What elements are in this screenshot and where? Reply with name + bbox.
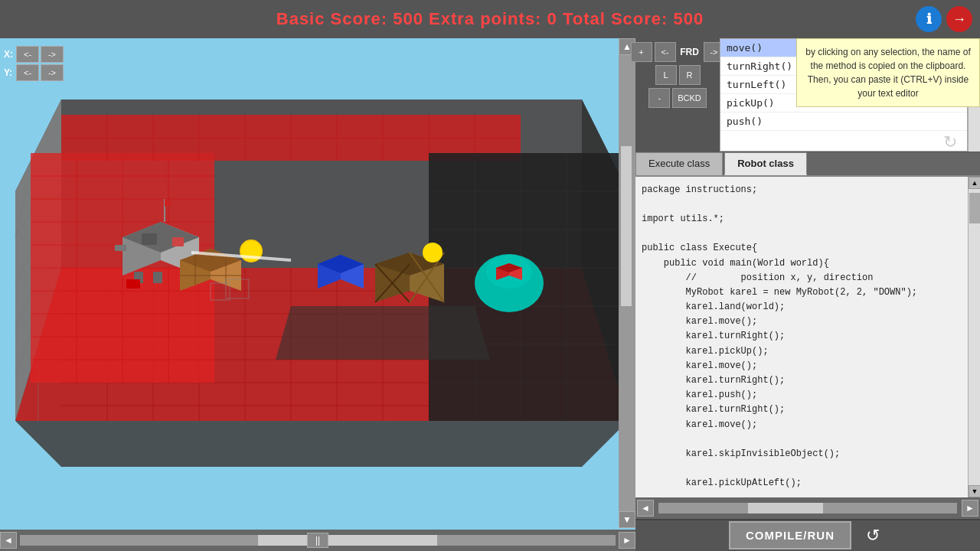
- svg-rect-67: [172, 237, 184, 246]
- left-scroll-down[interactable]: ▼: [619, 511, 635, 528]
- code-scroll-up[interactable]: ▲: [969, 177, 980, 189]
- method-item-4[interactable]: push(): [720, 112, 967, 131]
- y-label: Y:: [4, 67, 15, 78]
- reset-icon: ↺: [866, 526, 880, 546]
- score-text: Basic Score: 500 Extra points: 0 Total S…: [276, 9, 704, 29]
- l-button[interactable]: L: [655, 65, 677, 85]
- plus-button[interactable]: +: [631, 42, 652, 62]
- x-right-button[interactable]: ->: [41, 46, 64, 63]
- play-pause-area: ||: [307, 533, 328, 548]
- y-left-button[interactable]: <-: [16, 64, 39, 81]
- pause-button[interactable]: ||: [307, 533, 328, 548]
- main-layout: X: <- -> Y: <- ->: [0, 38, 980, 551]
- code-nav-bar: ◄ ►: [635, 497, 980, 519]
- tab-0[interactable]: Execute class: [635, 152, 723, 175]
- tooltip: by clicking on any selection, the name o…: [796, 38, 980, 107]
- left-bottom-bar: ◄ || ►: [0, 530, 635, 551]
- info-icon: ℹ: [926, 11, 932, 28]
- code-scroll-h-track[interactable]: [658, 503, 957, 514]
- nav-row-1: + <- FRD ->: [639, 42, 716, 62]
- x-control-row: X: <- ->: [4, 46, 64, 63]
- frd-label: FRD: [678, 47, 701, 57]
- r-button[interactable]: R: [679, 65, 701, 85]
- tab-1[interactable]: Robot class: [724, 152, 807, 175]
- code-scroll-right-arrow[interactable]: ►: [962, 500, 978, 517]
- yellow-ball-2: [423, 243, 443, 262]
- red-marker: [126, 279, 140, 289]
- code-scroll-left-arrow[interactable]: ◄: [637, 500, 654, 517]
- left-scroll-right-arrow[interactable]: ►: [619, 532, 635, 549]
- left-scroll-v-track: [619, 55, 635, 511]
- top-icons: ℹ →: [916, 6, 972, 32]
- code-scroll-track: [969, 189, 980, 497]
- rotate-button[interactable]: ↻: [943, 132, 966, 152]
- code-scroll-h-thumb: [748, 503, 823, 514]
- scene-3d: [0, 38, 635, 528]
- method-area: + <- FRD -> L R - BCKD move()turnRight()…: [635, 38, 980, 152]
- tab-bar: Execute classRobot class: [635, 152, 980, 177]
- left-scroll-thumb: [258, 535, 436, 546]
- minus-button[interactable]: -: [648, 88, 670, 108]
- code-editor[interactable]: package instructions; import utils.*; pu…: [635, 177, 968, 497]
- nav-row-2: L R: [639, 65, 716, 85]
- right-panel: + <- FRD -> L R - BCKD move()turnRight()…: [635, 38, 980, 551]
- bckd-button[interactable]: BCKD: [672, 88, 707, 108]
- exit-button[interactable]: →: [946, 6, 972, 32]
- y-right-button[interactable]: ->: [41, 64, 64, 81]
- left-scroll-v-thumb: [621, 146, 632, 306]
- left-panel: X: <- -> Y: <- ->: [0, 38, 635, 551]
- xy-controls: X: <- -> Y: <- ->: [4, 46, 64, 81]
- code-scroll-thumb: [969, 193, 980, 223]
- code-area: Execute classRobot class package instruc…: [635, 152, 980, 519]
- scene-svg: [0, 38, 635, 528]
- x-left-button[interactable]: <-: [16, 46, 39, 63]
- walkway: [276, 306, 490, 360]
- code-editor-container: package instructions; import utils.*; pu…: [635, 177, 980, 497]
- left-vert-scroll: ▲ ▼: [619, 38, 635, 528]
- y-control-row: Y: <- ->: [4, 64, 64, 81]
- tooltip-text: by clicking on any selection, the name o…: [805, 47, 970, 99]
- nav-controls: + <- FRD -> L R - BCKD: [635, 38, 720, 152]
- reset-button[interactable]: ↺: [859, 522, 887, 549]
- top-bar: Basic Score: 500 Extra points: 0 Total S…: [0, 0, 980, 38]
- svg-rect-66: [142, 233, 157, 245]
- code-scrollbar-v: ▲ ▼: [968, 177, 980, 497]
- nav-row-3: - BCKD: [639, 88, 716, 108]
- compile-run-button[interactable]: COMPILE/RUN: [729, 521, 851, 549]
- left-arrow-button[interactable]: <-: [655, 42, 676, 62]
- x-label: X:: [4, 49, 15, 60]
- bottom-bar: COMPILE/RUN ↺: [635, 519, 980, 551]
- svg-rect-70: [115, 245, 126, 251]
- code-scroll-down[interactable]: ▼: [969, 485, 980, 497]
- info-button[interactable]: ℹ: [916, 6, 942, 32]
- left-scroll-left-arrow[interactable]: ◄: [0, 532, 17, 549]
- exit-icon: →: [952, 11, 966, 28]
- svg-rect-69: [153, 272, 162, 283]
